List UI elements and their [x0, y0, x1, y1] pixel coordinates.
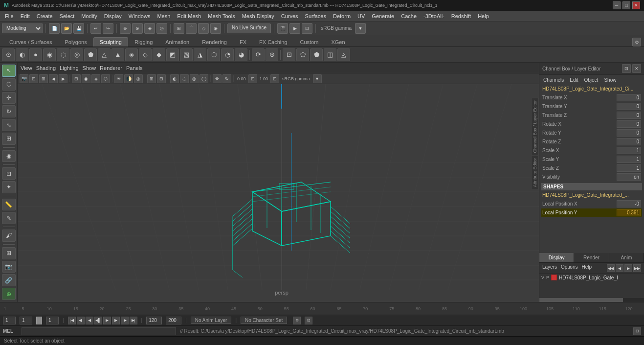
maximize-button[interactable]: □	[622, 1, 630, 9]
vp-xray[interactable]: ◌	[180, 74, 189, 83]
lasso-btn[interactable]: ◎	[156, 23, 167, 34]
rp-close-btn[interactable]: ✕	[632, 64, 641, 73]
rp-tab-anim[interactable]: Anim	[609, 253, 644, 262]
vp-isolate[interactable]: ◐	[170, 74, 179, 83]
cb-input-lpy[interactable]	[617, 209, 641, 216]
side-tab-attribute-editor[interactable]: Attribute Editor	[531, 156, 539, 190]
ipr-btn[interactable]: ⊡	[302, 23, 312, 34]
viewport-canvas[interactable]: persp X Y Z	[18, 84, 539, 302]
pb-play[interactable]: ▶	[103, 317, 111, 324]
menu-surfaces[interactable]: Surfaces	[302, 12, 329, 20]
snap-grid-btn[interactable]: ⊞	[174, 23, 184, 34]
pb-go-end[interactable]: ▶|	[130, 317, 137, 324]
render-btn[interactable]: ▶	[289, 23, 300, 34]
cb-input-sz[interactable]	[617, 164, 641, 172]
command-input[interactable]	[22, 327, 176, 335]
shelf-icon-24[interactable]: ◫	[324, 48, 336, 61]
rp-float-btn[interactable]: ⊡	[622, 64, 631, 73]
frame-current-input[interactable]	[20, 317, 32, 324]
layer-p-toggle[interactable]: P	[546, 275, 549, 280]
grid-btn[interactable]: ⊞	[2, 247, 16, 259]
shelf-icon-13[interactable]: ◩	[166, 48, 179, 61]
shelf-icon-11[interactable]: ◇	[139, 48, 152, 61]
tab-fx-caching[interactable]: FX Caching	[253, 37, 293, 46]
layer-item-1[interactable]: V P HD74LS08P_Logic_Gate_I	[539, 274, 644, 281]
layer-color-swatch[interactable]	[551, 275, 557, 280]
shelf-icon-8[interactable]: △	[98, 48, 111, 61]
vp-menu-renderer[interactable]: Renderer	[100, 65, 122, 71]
vp-menu-shading[interactable]: Shading	[36, 65, 56, 71]
cb-input-lpx[interactable]	[617, 200, 641, 207]
cb-input-tz[interactable]	[617, 112, 641, 119]
select-tool-btn[interactable]: ↖	[2, 65, 16, 77]
pb-play-back[interactable]: ◀▌	[94, 317, 102, 324]
cb-input-ty[interactable]	[617, 103, 641, 110]
layer-v-toggle[interactable]: V	[541, 275, 544, 280]
shelf-icon-10[interactable]: ◈	[125, 48, 138, 61]
menu-select[interactable]: Select	[57, 12, 78, 20]
tab-curves-surfaces[interactable]: Curves / Surfaces	[3, 37, 58, 46]
tab-animation[interactable]: Animation	[159, 37, 196, 46]
close-button[interactable]: ✕	[632, 1, 640, 9]
vp-offset-input[interactable]: ⊡	[248, 74, 257, 83]
last-tool-btn[interactable]: ✦	[2, 181, 16, 193]
vp-frame-sel[interactable]: ⊞	[39, 74, 48, 83]
snap-point-btn[interactable]: ◇	[198, 23, 209, 34]
annotate-btn[interactable]: ✎	[2, 212, 16, 224]
vp-menu-view[interactable]: View	[21, 65, 32, 71]
shelf-icon-1[interactable]: ⊙	[2, 48, 15, 61]
pb-go-start[interactable]: |◀	[68, 317, 76, 324]
select-object-btn[interactable]: ◈	[144, 23, 155, 34]
frame-start-input[interactable]	[3, 317, 16, 324]
layer-menu-options[interactable]: Options	[561, 264, 577, 272]
shelf-icon-7[interactable]: ⬟	[84, 48, 97, 61]
vp-menu-lighting[interactable]: Lighting	[60, 65, 79, 71]
cb-input-vis[interactable]	[617, 173, 641, 181]
shelf-icon-14[interactable]: ▧	[180, 48, 193, 61]
minimize-button[interactable]: ─	[613, 1, 621, 9]
shelf-icon-21[interactable]: ⊡	[283, 48, 295, 61]
cb-input-tx[interactable]	[617, 94, 641, 101]
layer-scrollbar[interactable]	[539, 298, 644, 302]
vp-light[interactable]: ☀	[114, 74, 123, 83]
total-frames-input[interactable]	[166, 317, 181, 324]
tab-polygons[interactable]: Polygons	[58, 37, 93, 46]
menu-windows[interactable]: Windows	[126, 12, 154, 20]
shelf-icon-2[interactable]: ◐	[16, 48, 28, 61]
menu-edit-mesh[interactable]: Edit Mesh	[174, 12, 204, 20]
new-scene-btn[interactable]: 📄	[49, 23, 60, 34]
cb-menu-channels[interactable]: Channels	[541, 77, 566, 83]
shelf-icon-17[interactable]: ◔	[221, 48, 234, 61]
vp-menu-show[interactable]: Show	[83, 65, 96, 71]
undo-btn[interactable]: ↩	[90, 23, 101, 34]
pb-prev-frame[interactable]: ◀	[86, 317, 93, 324]
menu-cache[interactable]: Cache	[398, 12, 420, 20]
cb-attr-scale-y[interactable]: Scale Y	[541, 155, 642, 163]
open-scene-btn[interactable]: 📂	[61, 23, 72, 34]
cb-attr-visibility[interactable]: Visibility	[541, 173, 642, 181]
menu-help[interactable]: Help	[475, 12, 492, 20]
menu-redshift[interactable]: Redshift	[448, 12, 474, 20]
cb-attr-rotate-z[interactable]: Rotate Z	[541, 138, 642, 146]
menu-curves[interactable]: Curves	[278, 12, 301, 20]
shelf-icon-16[interactable]: ⬡	[207, 48, 220, 61]
measure-btn[interactable]: 📏	[2, 199, 16, 211]
vp-cam-select[interactable]: 📷	[20, 74, 28, 83]
layer-nav-first[interactable]: ◀◀	[607, 264, 615, 272]
rotate-tool-btn[interactable]: ↻	[2, 105, 16, 117]
tab-fx[interactable]: FX	[233, 37, 253, 46]
vp-smooth[interactable]: ◉	[82, 74, 90, 83]
no-live-surface-btn[interactable]: No Live Surface	[227, 23, 271, 33]
menu-create[interactable]: Create	[34, 12, 56, 20]
tab-settings-btn[interactable]: ⚙	[632, 38, 641, 46]
cb-attr-scale-z[interactable]: Scale Z	[541, 164, 642, 172]
layer-nav-prev[interactable]: ◀	[616, 264, 623, 272]
menu-file[interactable]: File	[2, 12, 17, 20]
layer-menu-help[interactable]: Help	[581, 264, 592, 272]
tab-custom[interactable]: Custom	[294, 37, 325, 46]
menu-mesh-tools[interactable]: Mesh Tools	[205, 12, 238, 20]
anim-prefs-btn[interactable]: ⊡	[305, 317, 312, 324]
vp-pan[interactable]: ✥	[213, 74, 222, 83]
menu-display[interactable]: Display	[101, 12, 125, 20]
cb-attr-translate-z[interactable]: Translate Z	[541, 111, 642, 119]
